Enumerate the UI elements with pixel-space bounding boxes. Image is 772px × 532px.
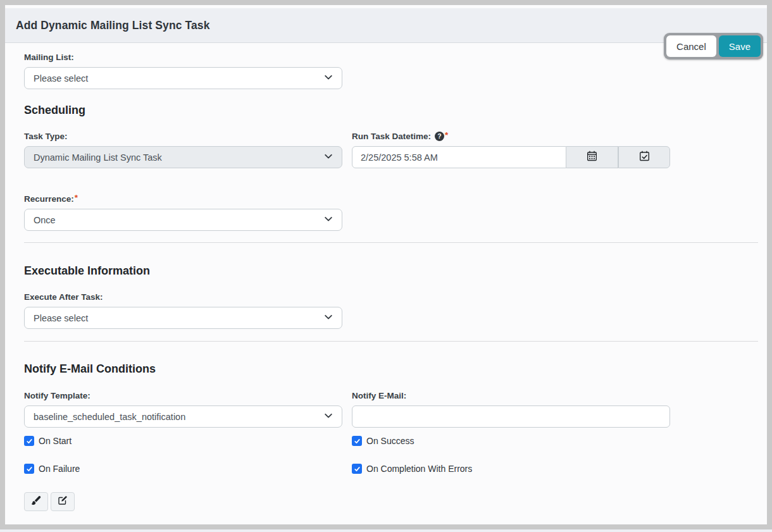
edit-template-button[interactable] (51, 492, 75, 511)
notify-email-input[interactable] (352, 405, 670, 428)
task-type-value: Dynamic Mailing List Sync Task (34, 152, 162, 163)
run-task-datetime-input[interactable] (352, 146, 566, 168)
scheduling-heading: Scheduling (24, 104, 758, 117)
notify-template-value: baseline_scheduled_task_notification (34, 412, 185, 422)
checkbox-on-completion-with-errors[interactable]: On Completion With Errors (352, 464, 670, 474)
mailing-list-value: Please select (34, 73, 88, 84)
paintbrush-icon (31, 495, 41, 508)
chevron-down-icon (324, 411, 333, 423)
save-button[interactable]: Save (719, 35, 761, 57)
chevron-down-icon (324, 152, 333, 163)
calendar-icon (587, 151, 597, 164)
run-task-datetime-group (352, 146, 670, 168)
mailing-list-select[interactable]: Please select (24, 67, 342, 89)
chevron-down-icon (324, 312, 333, 324)
required-asterisk: * (445, 130, 448, 140)
action-button-group: Cancel Save (664, 33, 763, 59)
checkbox-label: On Failure (39, 464, 80, 474)
notify-email-label: Notify E-Mail: (352, 391, 670, 400)
checkbox-on-success[interactable]: On Success (352, 436, 670, 446)
calendar-button[interactable] (566, 146, 618, 168)
run-task-datetime-label: Run Task Datetime: ? * (352, 132, 670, 141)
checkbox-label: On Success (366, 436, 414, 446)
add-task-panel: Add Dynamic Mailing List Sync Task Cance… (5, 5, 767, 524)
notify-heading: Notify E-Mail Conditions (24, 362, 758, 376)
executable-heading: Executable Information (24, 264, 758, 278)
checkbox-checked-icon (24, 464, 34, 474)
preview-template-button[interactable] (24, 492, 48, 511)
execute-after-task-label: Execute After Task: (24, 292, 758, 302)
next-panel-edge (0, 529, 772, 532)
notify-template-label: Notify Template: (24, 391, 342, 400)
task-type-label: Task Type: (24, 132, 342, 141)
cancel-button[interactable]: Cancel (666, 35, 716, 57)
help-icon[interactable]: ? (435, 132, 444, 141)
pen-square-icon (58, 495, 68, 508)
calendar-check-icon (639, 151, 650, 164)
recurrence-label: Recurrence:* (24, 194, 758, 204)
checkbox-checked-icon (24, 436, 34, 446)
chevron-down-icon (324, 214, 333, 226)
section-divider (24, 242, 758, 243)
section-divider (24, 341, 758, 342)
form-content: Mailing List: Please select Scheduling T… (5, 5, 767, 511)
calendar-check-button[interactable] (618, 146, 670, 168)
template-tool-buttons (24, 492, 758, 511)
execute-after-task-value: Please select (34, 313, 88, 323)
checkbox-checked-icon (352, 436, 362, 446)
execute-after-task-select[interactable]: Please select (24, 307, 342, 329)
checkbox-on-failure[interactable]: On Failure (24, 464, 342, 474)
notify-template-select[interactable]: baseline_scheduled_task_notification (24, 405, 342, 428)
checkbox-label: On Start (39, 436, 72, 446)
checkbox-label: On Completion With Errors (366, 464, 472, 474)
checkbox-checked-icon (352, 464, 362, 474)
recurrence-value: Once (34, 215, 56, 225)
recurrence-select[interactable]: Once (24, 209, 342, 231)
task-type-select: Dynamic Mailing List Sync Task (24, 146, 342, 168)
checkbox-on-start[interactable]: On Start (24, 436, 342, 446)
chevron-down-icon (324, 73, 333, 84)
required-asterisk: * (75, 193, 78, 202)
mailing-list-label: Mailing List: (24, 53, 758, 62)
